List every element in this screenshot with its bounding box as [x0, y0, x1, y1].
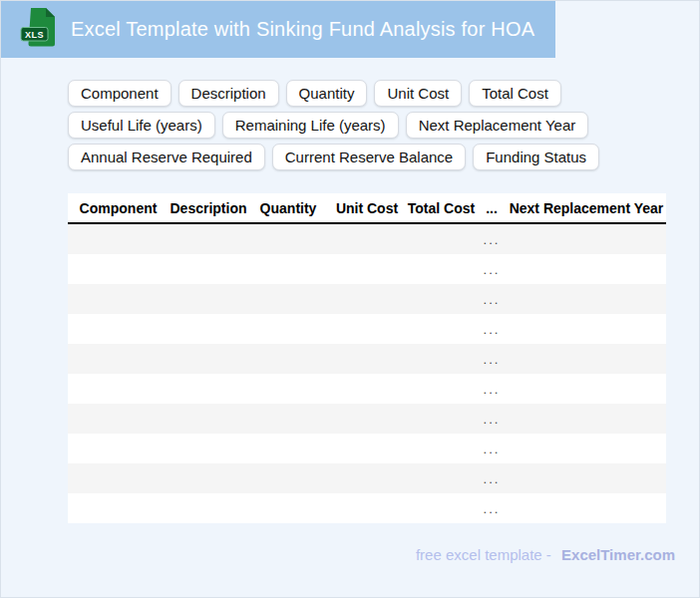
column-chip[interactable]: Next Replacement Year	[406, 112, 589, 139]
footer-brand: ExcelTimer.com	[561, 546, 675, 563]
table-column-header: Total Cost	[406, 193, 477, 223]
column-chip[interactable]: Component	[68, 80, 172, 107]
empty-cell	[248, 463, 328, 493]
table-row: ...	[68, 284, 666, 314]
table-column-header: Unit Cost	[328, 193, 406, 223]
empty-cell	[328, 374, 406, 404]
empty-cell	[68, 254, 169, 284]
column-chip[interactable]: Description	[178, 80, 279, 107]
footer-text: free excel template -	[416, 546, 551, 563]
table-row: ...	[68, 463, 666, 493]
template-preview-table: ComponentDescriptionQuantityUnit CostTot…	[68, 193, 666, 523]
empty-cell	[507, 404, 666, 434]
empty-cell	[68, 374, 169, 404]
row-placeholder-cell: ...	[477, 223, 507, 254]
empty-cell	[169, 374, 248, 404]
empty-cell	[68, 463, 169, 493]
empty-cell	[68, 344, 169, 374]
empty-cell	[248, 493, 328, 523]
table-row: ...	[68, 344, 666, 374]
empty-cell	[328, 404, 406, 434]
empty-cell	[328, 223, 406, 254]
empty-cell	[248, 223, 328, 254]
column-chip-list: ComponentDescriptionQuantityUnit CostTot…	[68, 80, 680, 170]
empty-cell	[406, 463, 477, 493]
column-chip[interactable]: Quantity	[286, 80, 368, 107]
table-row: ...	[68, 314, 666, 344]
column-chip[interactable]: Total Cost	[469, 80, 561, 107]
column-chip[interactable]: Unit Cost	[374, 80, 462, 107]
page: XLS Excel Template with Sinking Fund Ana…	[0, 0, 700, 598]
empty-cell	[169, 434, 248, 463]
row-placeholder-cell: ...	[477, 374, 507, 404]
row-placeholder-cell: ...	[477, 404, 507, 434]
empty-cell	[507, 314, 666, 344]
table-row: ...	[68, 223, 666, 254]
empty-cell	[406, 254, 477, 284]
empty-cell	[507, 254, 666, 284]
title-banner: XLS Excel Template with Sinking Fund Ana…	[0, 0, 555, 58]
table-row: ...	[68, 493, 666, 523]
footer: free excel template - ExcelTimer.com	[416, 546, 675, 563]
empty-cell	[68, 404, 169, 434]
empty-cell	[406, 434, 477, 463]
column-chip[interactable]: Remaining Life (years)	[222, 112, 399, 139]
empty-cell	[169, 314, 248, 344]
column-chip[interactable]: Current Reserve Balance	[272, 144, 466, 170]
empty-cell	[248, 344, 328, 374]
empty-cell	[248, 254, 328, 284]
empty-cell	[328, 344, 406, 374]
empty-cell	[169, 223, 248, 254]
row-placeholder-cell: ...	[477, 344, 507, 374]
empty-cell	[507, 493, 666, 523]
column-chip[interactable]: Funding Status	[473, 144, 599, 170]
page-title: Excel Template with Sinking Fund Analysi…	[71, 18, 534, 41]
table-column-header: Description	[169, 193, 248, 223]
empty-cell	[169, 284, 248, 314]
empty-cell	[248, 314, 328, 344]
row-placeholder-cell: ...	[477, 463, 507, 493]
empty-cell	[248, 374, 328, 404]
empty-cell	[328, 434, 406, 463]
column-chip[interactable]: Useful Life (years)	[68, 112, 215, 139]
table-column-header: Next Replacement Year	[507, 193, 666, 223]
empty-cell	[406, 223, 477, 254]
row-placeholder-cell: ...	[477, 314, 507, 344]
empty-cell	[328, 284, 406, 314]
empty-cell	[328, 463, 406, 493]
empty-cell	[248, 434, 328, 463]
empty-cell	[68, 434, 169, 463]
column-chip[interactable]: Annual Reserve Required	[68, 144, 265, 170]
table-column-header: Quantity	[248, 193, 328, 223]
empty-cell	[68, 493, 169, 523]
table-column-header: ...	[477, 193, 507, 223]
row-placeholder-cell: ...	[477, 434, 507, 463]
empty-cell	[328, 314, 406, 344]
empty-cell	[248, 284, 328, 314]
template-preview-table-wrap: ComponentDescriptionQuantityUnit CostTot…	[68, 193, 666, 523]
table-body: ..............................	[68, 223, 666, 523]
table-header-row: ComponentDescriptionQuantityUnit CostTot…	[68, 193, 666, 223]
row-placeholder-cell: ...	[477, 284, 507, 314]
empty-cell	[169, 404, 248, 434]
empty-cell	[507, 434, 666, 463]
table-row: ...	[68, 374, 666, 404]
row-placeholder-cell: ...	[477, 254, 507, 284]
table-row: ...	[68, 254, 666, 284]
table-row: ...	[68, 404, 666, 434]
empty-cell	[328, 493, 406, 523]
xls-icon-label: XLS	[25, 30, 44, 40]
empty-cell	[406, 374, 477, 404]
empty-cell	[406, 284, 477, 314]
empty-cell	[507, 284, 666, 314]
empty-cell	[507, 223, 666, 254]
empty-cell	[169, 344, 248, 374]
empty-cell	[406, 314, 477, 344]
empty-cell	[507, 374, 666, 404]
empty-cell	[406, 493, 477, 523]
empty-cell	[507, 463, 666, 493]
empty-cell	[248, 404, 328, 434]
empty-cell	[68, 284, 169, 314]
row-placeholder-cell: ...	[477, 493, 507, 523]
empty-cell	[169, 254, 248, 284]
